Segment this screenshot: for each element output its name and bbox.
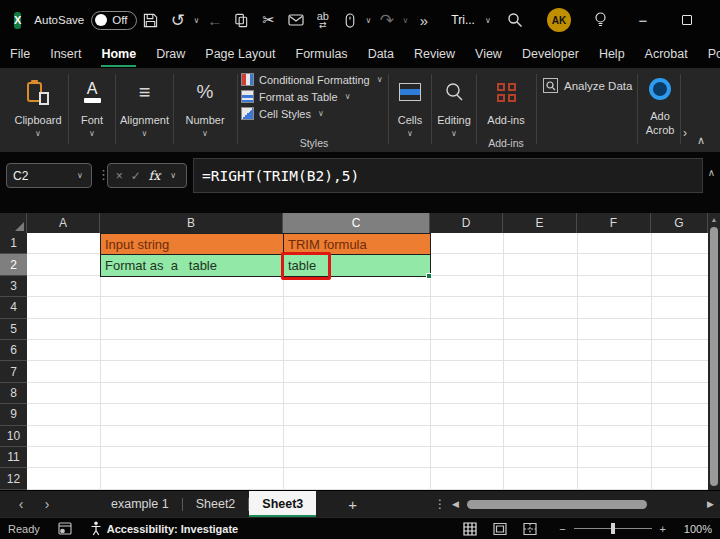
clipboard-group[interactable]: Clipboard ∨: [10, 72, 66, 138]
tab-review[interactable]: Review: [404, 42, 465, 66]
number-expand-icon[interactable]: ∨: [202, 129, 208, 138]
tab-draw[interactable]: Draw: [146, 42, 195, 66]
qat-overflow-button[interactable]: »: [410, 5, 437, 35]
column-header-f[interactable]: F: [577, 213, 651, 233]
row-header-2[interactable]: 2: [0, 254, 27, 275]
row-header-5[interactable]: 5: [0, 319, 27, 340]
number-group[interactable]: % Number ∨: [175, 72, 235, 138]
font-expand-icon[interactable]: ∨: [89, 129, 95, 138]
row-header-1[interactable]: 1: [0, 233, 27, 254]
page-layout-view-icon[interactable]: [493, 522, 507, 536]
tab-home[interactable]: Home: [91, 42, 146, 66]
copy-button[interactable]: [228, 5, 255, 35]
tab-data[interactable]: Data: [358, 42, 404, 66]
replace-button[interactable]: ab⇄: [309, 5, 336, 35]
clipboard-expand-icon[interactable]: ∨: [35, 129, 41, 138]
grid-row[interactable]: [27, 468, 708, 490]
name-box-dropdown-icon[interactable]: ∨: [75, 171, 85, 180]
tab-page-layout[interactable]: Page Layout: [195, 42, 285, 66]
vertical-scrollbar[interactable]: ▲: [708, 213, 720, 490]
select-all-button[interactable]: [0, 213, 27, 233]
fill-handle[interactable]: [426, 273, 432, 279]
tab-formulas[interactable]: Formulas: [286, 42, 358, 66]
horizontal-scroll-thumb[interactable]: [467, 500, 647, 509]
zoom-slider[interactable]: [574, 528, 652, 529]
analyze-data-button[interactable]: Analyze Data: [543, 78, 632, 93]
font-group[interactable]: A Font ∨: [70, 72, 114, 138]
sheet-tab-sheet3-active[interactable]: Sheet3: [249, 491, 316, 518]
avatar[interactable]: AK: [547, 8, 571, 32]
row-header-7[interactable]: 7: [0, 361, 27, 382]
zoom-level[interactable]: 100%: [676, 523, 712, 535]
sheet-tab-example1[interactable]: example 1: [98, 491, 182, 518]
touch-mode-dropdown[interactable]: ∨: [363, 16, 373, 25]
alignment-group[interactable]: ≡ Alignment ∨: [117, 72, 172, 138]
grid-row[interactable]: [27, 361, 708, 382]
search-button[interactable]: [493, 5, 537, 35]
macro-record-button[interactable]: [58, 522, 72, 535]
grid-row[interactable]: [27, 383, 708, 404]
editing-expand-icon[interactable]: ∨: [451, 129, 457, 138]
save-button[interactable]: [137, 5, 164, 35]
row-header-4[interactable]: 4: [0, 297, 27, 318]
grid-row[interactable]: [27, 340, 708, 361]
undo-dropdown[interactable]: ∨: [191, 16, 201, 25]
undo-button[interactable]: ↺: [164, 5, 191, 35]
grid-row[interactable]: [27, 426, 708, 447]
page-break-view-icon[interactable]: [523, 522, 537, 536]
addins-button[interactable]: Add-ins: [478, 72, 534, 126]
fx-dropdown-icon[interactable]: ∨: [168, 171, 178, 180]
grid-row[interactable]: [27, 447, 708, 468]
new-sheet-button[interactable]: +: [348, 496, 357, 513]
autosave-toggle[interactable]: Off: [91, 11, 137, 30]
insert-function-button[interactable]: fx: [149, 168, 161, 183]
touch-mode-button[interactable]: [336, 5, 363, 35]
conditional-formatting-button[interactable]: Conditional Formatting ∨: [241, 73, 387, 86]
tab-acrobat[interactable]: Acrobat: [635, 42, 698, 66]
column-header-b[interactable]: B: [100, 213, 283, 233]
row-header-10[interactable]: 10: [0, 426, 27, 447]
format-as-table-button[interactable]: Format as Table ∨: [241, 90, 387, 103]
column-header-e[interactable]: E: [503, 213, 577, 233]
tab-developer[interactable]: Developer: [512, 42, 589, 66]
grid-row[interactable]: [27, 297, 708, 318]
row-header-8[interactable]: 8: [0, 383, 27, 404]
grid-row[interactable]: [27, 404, 708, 425]
sheet-nav-right-icon[interactable]: ›: [34, 496, 60, 512]
expand-formula-bar-icon[interactable]: ∧: [708, 167, 715, 178]
scroll-right-icon[interactable]: ▶: [707, 499, 714, 509]
tabbar-more-icon[interactable]: ⋮: [434, 497, 446, 511]
grid-row[interactable]: [27, 276, 708, 297]
column-header-g[interactable]: G: [651, 213, 708, 233]
grid-row[interactable]: [27, 319, 708, 340]
cells-group[interactable]: Cells ∨: [389, 72, 431, 138]
row-header-3[interactable]: 3: [0, 276, 27, 297]
sheet-nav-left-icon[interactable]: ‹: [8, 496, 34, 512]
normal-view-icon[interactable]: [463, 522, 477, 536]
minimize-button[interactable]: −: [621, 0, 665, 40]
tab-insert[interactable]: Insert: [40, 42, 91, 66]
email-button[interactable]: [282, 5, 309, 35]
column-header-a[interactable]: A: [27, 213, 100, 233]
sheet-tab-sheet2[interactable]: Sheet2: [183, 491, 249, 518]
maximize-button[interactable]: [665, 0, 709, 40]
cut-button[interactable]: ✂: [255, 5, 282, 35]
tab-power-pivot[interactable]: Power Pivot: [698, 42, 720, 66]
close-button[interactable]: ×: [709, 0, 720, 40]
zoom-out-button[interactable]: −: [559, 523, 565, 535]
tips-button[interactable]: [581, 5, 621, 35]
row-header-6[interactable]: 6: [0, 340, 27, 361]
alignment-expand-icon[interactable]: ∨: [142, 129, 148, 138]
collapse-ribbon-icon[interactable]: ∧: [697, 134, 705, 147]
row-header-11[interactable]: 11: [0, 447, 27, 468]
accessibility-status[interactable]: Accessibility: Investigate: [90, 521, 238, 536]
acrobat-addin-button[interactable]: Ado Acrob: [640, 72, 680, 138]
autosave-control[interactable]: AutoSave Off: [34, 11, 137, 30]
row-header-12[interactable]: 12: [0, 468, 27, 490]
cell-b1[interactable]: Input string: [100, 233, 284, 255]
editing-group[interactable]: Editing ∨: [433, 72, 475, 138]
zoom-in-button[interactable]: +: [660, 523, 666, 535]
cells-expand-icon[interactable]: ∨: [407, 129, 413, 138]
row-header-9[interactable]: 9: [0, 404, 27, 425]
tab-file[interactable]: File: [0, 42, 40, 66]
